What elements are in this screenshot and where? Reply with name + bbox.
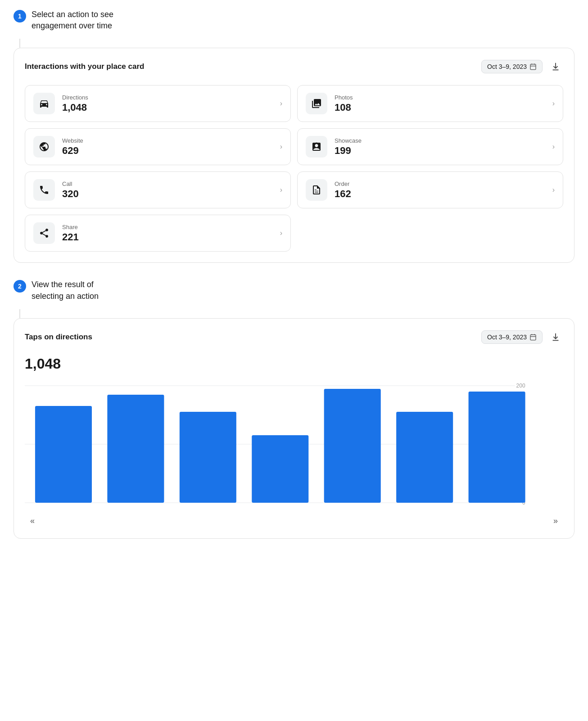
showcase-content: Showcase 199 <box>335 137 545 157</box>
card2-header-right: Oct 3–9, 2023 <box>481 329 563 345</box>
download-icon-2 <box>551 332 561 342</box>
share-icon <box>39 228 50 239</box>
chart-nav: « » <box>25 514 563 527</box>
card2-title: Taps on directions <box>25 333 92 342</box>
gap1 <box>14 270 574 279</box>
website-icon <box>39 141 50 152</box>
photos-icon <box>311 98 322 109</box>
card1-date-label: Oct 3–9, 2023 <box>487 63 527 70</box>
step2-text: View the result ofselecting an action <box>32 279 99 302</box>
share-content: Share 221 <box>62 224 273 243</box>
taps-card: Taps on directions Oct 3–9, 2023 1,048 <box>14 318 574 539</box>
photos-chevron: › <box>552 99 555 108</box>
card1-download-button[interactable] <box>548 59 563 74</box>
showcase-icon <box>311 141 322 152</box>
chart-svg: 200 100 0 Sun Mon Tue Wed Thu Fri <box>25 381 541 507</box>
bar-wed <box>252 435 308 503</box>
card2-date-picker[interactable]: Oct 3–9, 2023 <box>481 330 543 344</box>
interactions-card: Interactions with your place card Oct 3–… <box>14 48 574 263</box>
metric-order[interactable]: Order 162 › <box>297 171 563 208</box>
bar-tue <box>180 412 236 503</box>
card1-date-picker[interactable]: Oct 3–9, 2023 <box>481 60 543 73</box>
website-label: Website <box>62 137 273 144</box>
bar-sat <box>469 392 525 503</box>
call-label: Call <box>62 180 273 187</box>
directions-chevron: › <box>280 99 282 108</box>
order-icon-box <box>306 179 327 201</box>
share-chevron: › <box>280 229 282 237</box>
website-value: 629 <box>62 145 273 157</box>
directions-value: 1,048 <box>62 102 273 113</box>
bar-mon <box>107 395 164 503</box>
photos-value: 108 <box>335 102 545 113</box>
website-chevron: › <box>280 143 282 151</box>
card2-download-button[interactable] <box>548 329 563 345</box>
directions-label: Directions <box>62 94 273 101</box>
showcase-value: 199 <box>335 145 545 157</box>
card1-title: Interactions with your place card <box>25 62 144 71</box>
photos-icon-box <box>306 93 327 114</box>
bar-fri <box>396 412 453 503</box>
download-icon <box>551 62 561 72</box>
step1-circle: 1 <box>14 10 26 23</box>
metric-directions[interactable]: Directions 1,048 › <box>25 85 291 122</box>
share-value: 221 <box>62 231 273 243</box>
card1-header: Interactions with your place card Oct 3–… <box>25 59 563 74</box>
next-button[interactable]: » <box>550 514 561 527</box>
chart-total: 1,048 <box>25 356 563 372</box>
call-content: Call 320 <box>62 180 273 200</box>
order-label: Order <box>335 180 545 187</box>
website-icon-box <box>33 136 55 158</box>
step1-text: Select an action to seeengagement over t… <box>32 9 113 32</box>
showcase-icon-box <box>306 136 327 158</box>
directions-content: Directions 1,048 <box>62 94 273 113</box>
showcase-label: Showcase <box>335 137 545 144</box>
step2-label: 2 View the result ofselecting an action <box>14 279 574 302</box>
svg-rect-0 <box>530 64 536 70</box>
order-icon <box>311 185 322 195</box>
metric-website[interactable]: Website 629 › <box>25 128 291 165</box>
card2-date-label: Oct 3–9, 2023 <box>487 333 527 341</box>
metric-call[interactable]: Call 320 › <box>25 171 291 208</box>
website-content: Website 629 <box>62 137 273 157</box>
directions-icon-box <box>33 93 55 114</box>
directions-icon <box>39 98 50 109</box>
svg-rect-4 <box>316 142 317 144</box>
step2-connector <box>19 309 20 318</box>
calendar-icon <box>529 63 537 70</box>
share-icon-box <box>33 222 55 244</box>
y-label-200: 200 <box>516 383 525 389</box>
share-label: Share <box>62 224 273 230</box>
bar-chart: 200 100 0 Sun Mon Tue Wed Thu Fri <box>25 381 563 507</box>
call-value: 320 <box>62 188 273 200</box>
card2-header: Taps on directions Oct 3–9, 2023 <box>25 329 563 345</box>
order-content: Order 162 <box>335 180 545 200</box>
step1-label: 1 Select an action to seeengagement over… <box>14 9 574 32</box>
prev-button[interactable]: « <box>27 514 38 527</box>
order-value: 162 <box>335 188 545 200</box>
metrics-grid: Directions 1,048 › Photos 108 › <box>25 85 563 252</box>
bar-sun <box>35 406 92 503</box>
calendar-icon-2 <box>529 333 537 341</box>
metric-photos[interactable]: Photos 108 › <box>297 85 563 122</box>
photos-content: Photos 108 <box>335 94 545 113</box>
bar-thu <box>324 389 381 503</box>
call-icon <box>39 185 50 195</box>
metric-share[interactable]: Share 221 › <box>25 215 291 252</box>
order-chevron: › <box>552 186 555 194</box>
call-chevron: › <box>280 186 282 194</box>
step1-connector <box>19 39 20 48</box>
metric-showcase[interactable]: Showcase 199 › <box>297 128 563 165</box>
showcase-chevron: › <box>552 143 555 151</box>
photos-label: Photos <box>335 94 545 101</box>
svg-rect-5 <box>530 334 536 340</box>
step2-circle: 2 <box>14 280 26 293</box>
card1-header-right: Oct 3–9, 2023 <box>481 59 563 74</box>
call-icon-box <box>33 179 55 201</box>
